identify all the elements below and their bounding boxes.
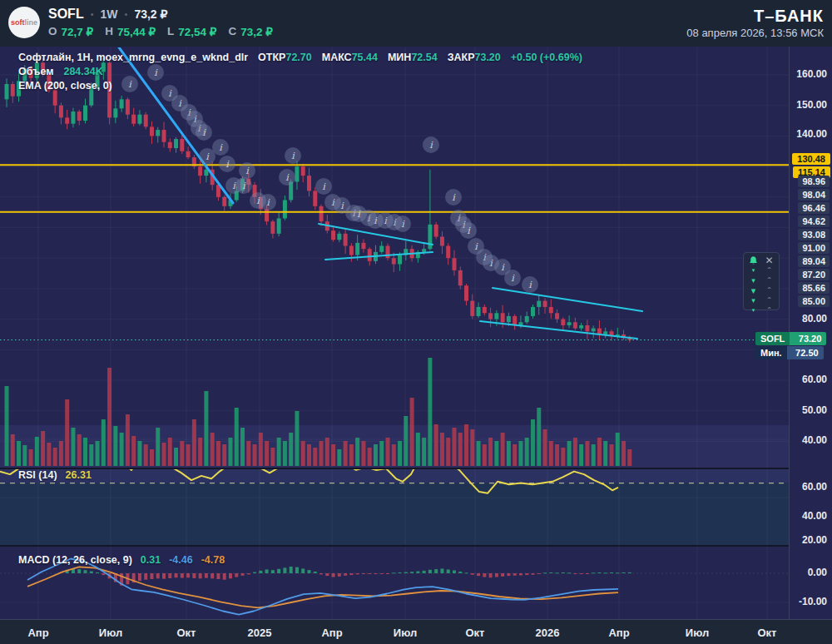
volume-bar <box>597 438 602 466</box>
price-tick: 160.00 <box>796 68 827 80</box>
alert-widget[interactable]: ✕ ▾ ⌃ ▾ ⌃ ▾ ⌃ ▾ ⌃ ▾ ⌃ <box>743 252 780 310</box>
volume-bar <box>452 428 456 466</box>
candle-body <box>488 313 493 319</box>
macd-hist-bar <box>162 573 166 579</box>
legend-open: ОТКР72.70 <box>258 52 312 63</box>
macd-hist-bar <box>447 569 450 573</box>
candle-body <box>477 307 481 316</box>
chart-area[interactable]: iiiiiiiiiiiiiiiiiiiiiiiiiiiiiiiiiiiiiii … <box>0 47 832 619</box>
macd-hist-bar <box>440 568 443 573</box>
legend-change: +0.50 (+0.69%) <box>511 52 582 63</box>
price-tick: 80.00 <box>802 313 827 324</box>
macd-hist-bar <box>428 570 432 573</box>
candle-body <box>543 301 547 307</box>
macd-hist-bar <box>404 572 408 573</box>
volume-bar <box>392 444 396 466</box>
rsi-name: RSI (14) <box>18 469 57 481</box>
macd-hist-bar <box>175 573 178 577</box>
info-marker: i <box>239 162 255 179</box>
volume-bar <box>440 433 444 466</box>
datetime-label: 08 апреля 2026, 13:56 МСК <box>686 27 824 39</box>
volume-bar <box>501 433 505 466</box>
macd-hist-bar <box>374 573 377 574</box>
macd-tick: -10.00 <box>799 596 827 607</box>
time-tick: Июл <box>394 626 417 638</box>
rsi-tick: 40.00 <box>802 510 827 522</box>
candle-body <box>392 258 396 264</box>
candle-body <box>77 111 82 121</box>
volume-bar <box>102 419 106 466</box>
rsi-tick: 60.00 <box>802 481 827 493</box>
macd-hist-bar <box>458 572 462 573</box>
macd-hist-bar <box>253 572 256 573</box>
macd-hist-bar <box>416 572 419 573</box>
volume-bar <box>150 449 154 466</box>
candle-body <box>531 307 535 316</box>
macd-tick: 0.00 <box>808 567 827 578</box>
candle-body <box>126 99 130 114</box>
macd-hist-bar <box>199 573 202 578</box>
volume-bar <box>113 426 117 466</box>
candle-body <box>428 225 432 249</box>
volume-bar <box>518 441 522 466</box>
volume-bar <box>65 399 69 466</box>
candle-body <box>549 307 553 313</box>
macd-hist-bar <box>453 571 456 574</box>
level-arrow-icon: ▾ <box>745 265 761 275</box>
level-arrow-icon: ▾ <box>745 275 761 285</box>
macd-line-value: -4.46 <box>169 554 193 566</box>
macd-hist-bar <box>205 573 208 578</box>
macd-hist-bar <box>314 572 317 573</box>
symbol-name[interactable]: SOFL <box>48 7 84 22</box>
macd-hist-bar <box>235 573 238 577</box>
ohlc-close: C73,2 ₽ <box>228 25 272 38</box>
info-marker: i <box>235 177 252 194</box>
macd-hist-bar <box>616 572 619 573</box>
price-chart[interactable]: iiiiiiiiiiiiiiiiiiiiiiiiiiiiiiiiiiiiiii <box>0 47 789 619</box>
candle-body <box>120 99 124 108</box>
macd-hist-bar <box>77 569 81 573</box>
volume-bar <box>192 419 196 466</box>
macd-hist-bar <box>592 572 595 573</box>
macd-hist-bar <box>513 573 517 576</box>
level-arrow-icon: ▾ <box>745 295 761 305</box>
interval-selector[interactable]: 1W <box>101 7 118 21</box>
rsi-tick: 20.00 <box>802 534 827 546</box>
candle-body <box>585 325 589 331</box>
candle-body <box>5 84 9 99</box>
volume-bar <box>11 434 15 466</box>
volume-bar <box>216 441 220 466</box>
macd-hist-bar <box>531 573 534 575</box>
info-marker: i <box>219 156 235 172</box>
candle-body <box>331 230 335 240</box>
volume-bar <box>162 443 166 466</box>
level-badge: 87.20 <box>798 269 830 280</box>
macd-hist-bar <box>604 572 607 573</box>
volume-bar <box>319 441 324 466</box>
ohlc-open: O72,7 ₽ <box>48 25 93 38</box>
bell-icon[interactable] <box>745 255 761 265</box>
volume-bar <box>428 358 432 466</box>
level-badge: 85.66 <box>798 282 830 294</box>
macd-hist-bar <box>525 573 528 575</box>
volume-bar <box>483 444 487 466</box>
macd-hist-bar <box>344 573 347 576</box>
volume-bar <box>301 441 305 466</box>
macd-hist-bar <box>192 573 196 578</box>
candle-body <box>398 255 402 265</box>
volume-bar <box>22 445 27 466</box>
candle-body <box>513 316 517 325</box>
logo-text-line: line <box>24 18 37 27</box>
volume-bar <box>59 441 63 466</box>
candle-body <box>592 329 596 332</box>
close-icon[interactable]: ✕ <box>761 255 777 265</box>
macd-hist-bar <box>301 568 305 573</box>
candle-body <box>470 301 474 316</box>
macd-hist-bar <box>556 572 559 573</box>
macd-hist-bar <box>471 573 474 575</box>
candle-body <box>180 139 184 151</box>
time-axis[interactable]: АпрИюлОкт2025АпрИюлОкт2026АпрИюлОкт <box>0 619 832 644</box>
volume-bar <box>398 441 402 466</box>
header-bar: softline SOFL • 1W • 73,2 ₽ O72,7 ₽ H75,… <box>0 0 832 47</box>
candle-body <box>501 313 505 322</box>
